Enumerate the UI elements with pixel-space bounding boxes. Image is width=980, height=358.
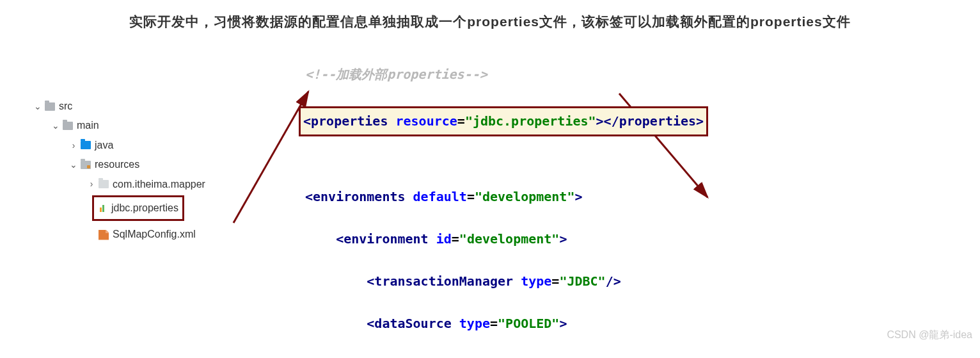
tree-node-jdbc[interactable]: jdbc.properties: [33, 195, 205, 221]
folder-icon: [63, 122, 73, 130]
code-line: <dataSource type="POOLED">: [305, 313, 801, 334]
code-line: <environment id="development">: [305, 229, 801, 250]
tree-label: main: [77, 116, 99, 135]
xml-file-icon: [99, 230, 109, 240]
tree-node-sqlmap[interactable]: SqlMapConfig.xml: [33, 225, 205, 244]
folder-icon: [45, 102, 55, 111]
resources-folder-icon: [81, 161, 91, 169]
svg-line-0: [233, 92, 308, 223]
chevron-down-icon: ⌄: [33, 98, 42, 115]
code-block: <!--加载外部properties--> <properties resour…: [305, 43, 801, 345]
tree-label: com.itheima.mapper: [113, 175, 205, 194]
tree-label: resources: [95, 155, 139, 174]
tree-node-main[interactable]: ⌄main: [33, 116, 205, 135]
properties-file-icon: [98, 204, 107, 213]
code-line: <transactionManager type="JDBC"/>: [305, 271, 801, 292]
folder-icon: [81, 141, 91, 149]
folder-icon: [99, 180, 109, 188]
tree-label: SqlMapConfig.xml: [113, 225, 196, 244]
code-properties-highlight: <properties resource="jdbc.properties"><…: [299, 106, 801, 136]
code-comment: <!--加载外部properties-->: [305, 64, 801, 85]
tree-node-src[interactable]: ⌄src: [33, 97, 205, 116]
tree-label: src: [59, 97, 72, 116]
project-tree: ⌄src ⌄main ›java ⌄resources ›com.itheima…: [33, 97, 205, 245]
watermark: CSDN @龍弟-idea: [887, 329, 972, 342]
chevron-down-icon: ⌄: [69, 156, 78, 174]
chevron-down-icon: ⌄: [51, 117, 60, 134]
tree-label: jdbc.properties: [111, 199, 178, 218]
tree-node-mapper[interactable]: ›com.itheima.mapper: [33, 175, 205, 194]
highlight-box: jdbc.properties: [92, 195, 184, 221]
page-heading: 实际开发中，习惯将数据源的配置信息单独抽取成一个properties文件，该标签…: [0, 0, 980, 37]
code-line: <environments default="development">: [305, 186, 801, 207]
chevron-right-icon: ›: [69, 137, 78, 154]
tree-label: java: [95, 136, 113, 155]
content-area: ⌄src ⌄main ›java ⌄resources ›com.itheima…: [0, 37, 980, 345]
tree-node-java[interactable]: ›java: [33, 136, 205, 155]
tree-node-resources[interactable]: ⌄resources: [33, 155, 205, 174]
chevron-right-icon: ›: [87, 175, 96, 193]
